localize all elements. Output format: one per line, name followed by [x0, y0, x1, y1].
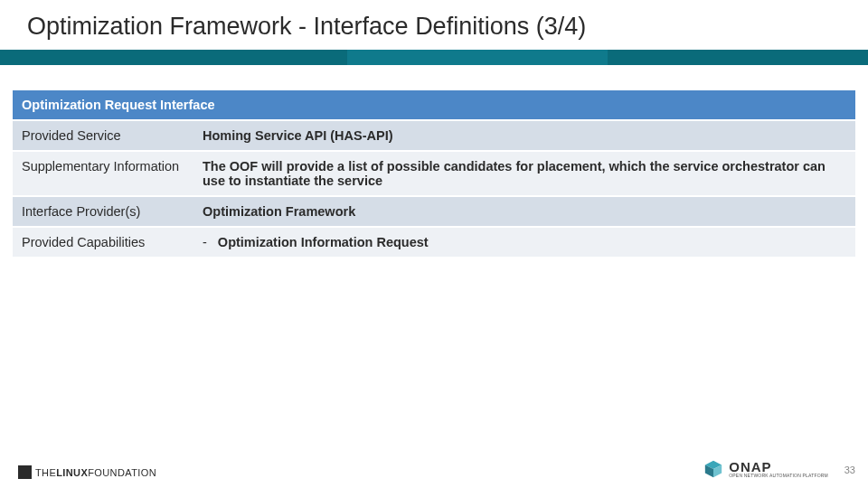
table-row: Provided Capabilities Optimization Infor…: [13, 227, 855, 258]
table-header-row: Optimization Request Interface: [13, 90, 855, 120]
slide-title: Optimization Framework - Interface Defin…: [27, 13, 586, 41]
table-row: Provided Service Homing Service API (HAS…: [13, 120, 855, 151]
page-number: 33: [844, 465, 855, 475]
capability-item: Optimization Information Request: [203, 235, 846, 249]
row-key: Supplementary Information: [13, 151, 193, 196]
capabilities-list: Optimization Information Request: [203, 235, 846, 249]
onap-text: ONAP OPEN NETWORK AUTOMATION PLATFORM: [729, 460, 828, 478]
onap-logo: ONAP OPEN NETWORK AUTOMATION PLATFORM: [703, 459, 828, 479]
interface-table: Optimization Request Interface Provided …: [13, 90, 855, 258]
row-key: Provided Service: [13, 120, 193, 151]
slide: Optimization Framework - Interface Defin…: [0, 0, 868, 488]
content-area: Optimization Request Interface Provided …: [13, 90, 855, 258]
row-key: Interface Provider(s): [13, 196, 193, 227]
lf-text: THELINUXFOUNDATION: [35, 467, 156, 478]
onap-cube-icon: [703, 459, 723, 479]
row-key: Provided Capabilities: [13, 227, 193, 258]
row-val: Optimization Framework: [193, 196, 855, 227]
lf-square-icon: [18, 465, 32, 479]
row-val: Optimization Information Request: [193, 227, 855, 258]
row-val: Homing Service API (HAS-API): [193, 120, 855, 151]
row-val: The OOF will provide a list of possible …: [193, 151, 855, 196]
table-row: Interface Provider(s) Optimization Frame…: [13, 196, 855, 227]
table-header: Optimization Request Interface: [13, 90, 855, 120]
linux-foundation-logo: THELINUXFOUNDATION: [18, 465, 156, 479]
footer: THELINUXFOUNDATION ONAP OPEN NETWORK AUT…: [13, 455, 855, 479]
table-row: Supplementary Information The OOF will p…: [13, 151, 855, 196]
